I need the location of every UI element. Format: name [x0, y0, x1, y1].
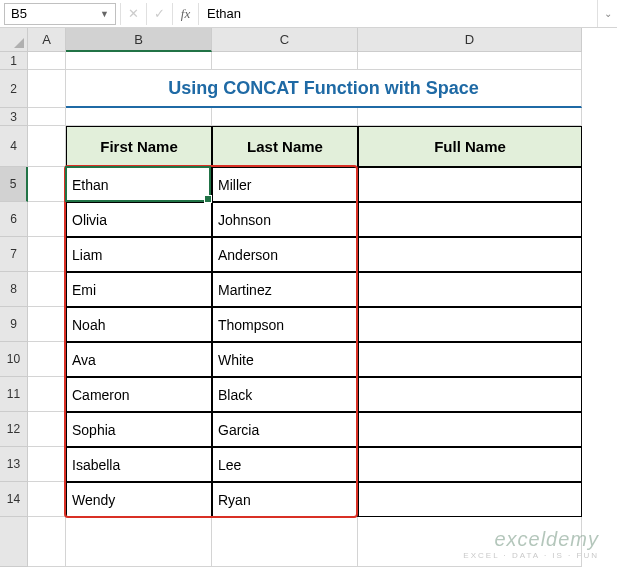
- cell-c9[interactable]: Thompson: [212, 307, 358, 342]
- cell-a14[interactable]: [28, 482, 66, 517]
- cell-d3[interactable]: [358, 108, 582, 126]
- cell-a2[interactable]: [28, 70, 66, 108]
- title-cell[interactable]: Using CONCAT Function with Space: [66, 70, 582, 108]
- cell-d13[interactable]: [358, 447, 582, 482]
- name-box-dropdown-icon[interactable]: ▼: [100, 9, 109, 19]
- formula-bar: B5 ▼ ✕ ✓ fx Ethan ⌄: [0, 0, 617, 28]
- cell-b15[interactable]: [66, 517, 212, 567]
- name-box[interactable]: B5 ▼: [4, 3, 116, 25]
- header-first-name[interactable]: First Name: [66, 126, 212, 167]
- cell-a10[interactable]: [28, 342, 66, 377]
- watermark-sub: EXCEL · DATA · IS · FUN: [463, 551, 599, 560]
- cell-d10[interactable]: [358, 342, 582, 377]
- cell-a5[interactable]: [28, 167, 66, 202]
- cell-d7[interactable]: [358, 237, 582, 272]
- row-header-14[interactable]: 14: [0, 482, 28, 517]
- cell-d9[interactable]: [358, 307, 582, 342]
- row-header-10[interactable]: 10: [0, 342, 28, 377]
- cell-d6[interactable]: [358, 202, 582, 237]
- cell-a6[interactable]: [28, 202, 66, 237]
- row-header-4[interactable]: 4: [0, 126, 28, 167]
- row-header-13[interactable]: 13: [0, 447, 28, 482]
- cell-b8[interactable]: Emi: [66, 272, 212, 307]
- cell-c14[interactable]: Ryan: [212, 482, 358, 517]
- cell-c3[interactable]: [212, 108, 358, 126]
- cell-d12[interactable]: [358, 412, 582, 447]
- cell-b7[interactable]: Liam: [66, 237, 212, 272]
- cell-a11[interactable]: [28, 377, 66, 412]
- cell-b1[interactable]: [66, 52, 212, 70]
- cell-a12[interactable]: [28, 412, 66, 447]
- col-header-b[interactable]: B: [66, 28, 212, 52]
- cell-b10[interactable]: Ava: [66, 342, 212, 377]
- cell-c1[interactable]: [212, 52, 358, 70]
- cell-a4[interactable]: [28, 126, 66, 167]
- cell-c15[interactable]: [212, 517, 358, 567]
- cell-c7[interactable]: Anderson: [212, 237, 358, 272]
- cell-c12[interactable]: Garcia: [212, 412, 358, 447]
- cell-b14[interactable]: Wendy: [66, 482, 212, 517]
- row-header-2[interactable]: 2: [0, 70, 28, 108]
- cancel-button: ✕: [120, 3, 146, 25]
- row-header-7[interactable]: 7: [0, 237, 28, 272]
- insert-function-button[interactable]: fx: [172, 3, 198, 25]
- cell-d1[interactable]: [358, 52, 582, 70]
- cell-d11[interactable]: [358, 377, 582, 412]
- cell-a1[interactable]: [28, 52, 66, 70]
- cell-c11[interactable]: Black: [212, 377, 358, 412]
- name-box-value: B5: [11, 6, 100, 21]
- select-all-corner[interactable]: [0, 28, 28, 52]
- cell-a15[interactable]: [28, 517, 66, 567]
- row-header-1[interactable]: 1: [0, 52, 28, 70]
- header-last-name[interactable]: Last Name: [212, 126, 358, 167]
- fx-icon: fx: [181, 6, 190, 22]
- row-header-3[interactable]: 3: [0, 108, 28, 126]
- cell-c10[interactable]: White: [212, 342, 358, 377]
- formula-text: Ethan: [207, 6, 241, 21]
- row-header-5[interactable]: 5: [0, 167, 28, 202]
- cell-a8[interactable]: [28, 272, 66, 307]
- row-header-12[interactable]: 12: [0, 412, 28, 447]
- row-header-8[interactable]: 8: [0, 272, 28, 307]
- watermark-main: exceldemy: [463, 528, 599, 551]
- cell-c13[interactable]: Lee: [212, 447, 358, 482]
- cell-b13[interactable]: Isabella: [66, 447, 212, 482]
- spreadsheet: A B C D 1 2 3 4 5 6 7 8 9 10 11 12 13 14: [0, 28, 617, 574]
- watermark: exceldemy EXCEL · DATA · IS · FUN: [463, 528, 599, 560]
- cell-a3[interactable]: [28, 108, 66, 126]
- cell-c8[interactable]: Martinez: [212, 272, 358, 307]
- expand-formula-bar-icon[interactable]: ⌄: [597, 0, 617, 27]
- enter-button: ✓: [146, 3, 172, 25]
- cell-b9[interactable]: Noah: [66, 307, 212, 342]
- cell-b5[interactable]: Ethan: [66, 167, 212, 202]
- cell-d5[interactable]: [358, 167, 582, 202]
- cell-d8[interactable]: [358, 272, 582, 307]
- cell-d14[interactable]: [358, 482, 582, 517]
- cell-b3[interactable]: [66, 108, 212, 126]
- cell-c5[interactable]: Miller: [212, 167, 358, 202]
- cell-b6[interactable]: Olivia: [66, 202, 212, 237]
- cell-b11[interactable]: Cameron: [66, 377, 212, 412]
- header-full-name[interactable]: Full Name: [358, 126, 582, 167]
- cell-a9[interactable]: [28, 307, 66, 342]
- cell-a13[interactable]: [28, 447, 66, 482]
- cell-a7[interactable]: [28, 237, 66, 272]
- row-header-9[interactable]: 9: [0, 307, 28, 342]
- row-header-6[interactable]: 6: [0, 202, 28, 237]
- col-header-d[interactable]: D: [358, 28, 582, 52]
- cell-b12[interactable]: Sophia: [66, 412, 212, 447]
- formula-input[interactable]: Ethan: [198, 3, 597, 25]
- row-header-11[interactable]: 11: [0, 377, 28, 412]
- cell-c6[interactable]: Johnson: [212, 202, 358, 237]
- col-header-a[interactable]: A: [28, 28, 66, 52]
- col-header-c[interactable]: C: [212, 28, 358, 52]
- row-header-15[interactable]: [0, 517, 28, 567]
